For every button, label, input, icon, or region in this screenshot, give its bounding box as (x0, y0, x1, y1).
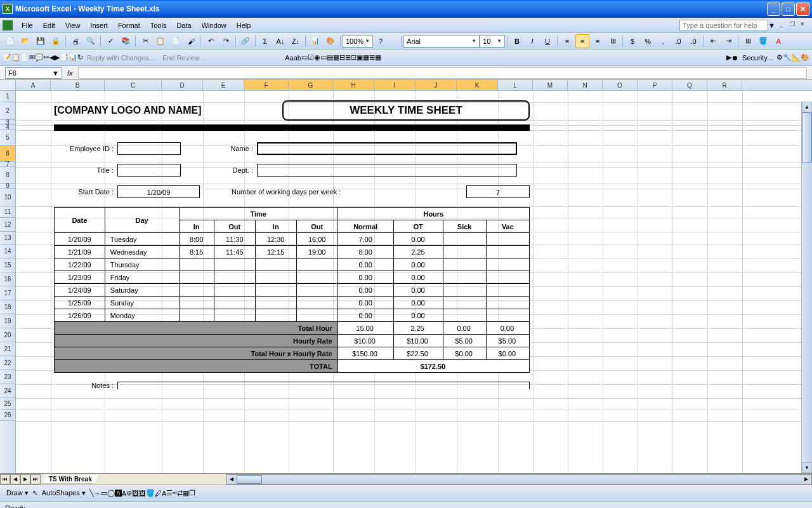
cell-day-0[interactable]: Tuesday (105, 233, 179, 246)
forms-btn-12[interactable]: ▣ (357, 53, 363, 62)
review-btn-1[interactable]: 📝 (3, 53, 11, 62)
review-btn-5[interactable]: 💬 (35, 53, 44, 62)
open-button[interactable]: 📂 (18, 34, 32, 48)
cell-sick-5[interactable] (443, 297, 486, 309)
menu-data[interactable]: Data (171, 20, 196, 30)
line-color-button[interactable]: 🖊 (155, 490, 162, 497)
review-btn-3[interactable]: 📄 (20, 53, 29, 62)
cell-out1-1[interactable]: 11:45 (214, 246, 255, 258)
col-header-C[interactable]: C (105, 80, 162, 90)
rate-vac[interactable]: $5.00 (486, 335, 529, 347)
row-header-18[interactable]: 18 (0, 300, 15, 314)
cell-vac-6[interactable] (486, 309, 529, 322)
cell-out1-5[interactable] (214, 297, 255, 309)
row-header-5[interactable]: 5 (0, 130, 15, 145)
forms-btn-6[interactable]: ▭ (320, 53, 327, 62)
paste-button[interactable]: 📄 (169, 34, 183, 48)
cell-in2-5[interactable] (255, 297, 296, 309)
fill-color-button[interactable]: 🪣 (756, 34, 770, 48)
cell-out2-3[interactable] (296, 271, 337, 284)
col-header-G[interactable]: G (289, 80, 333, 90)
rate-normal[interactable]: $10.00 (337, 335, 393, 347)
col-header-H[interactable]: H (333, 80, 374, 90)
row-header-6[interactable]: 6 (0, 145, 15, 162)
cell-date-0[interactable]: 1/20/09 (55, 233, 105, 246)
cell-day-2[interactable]: Thursday (105, 258, 179, 271)
cell-out1-3[interactable] (214, 271, 255, 284)
col-header-I[interactable]: I (374, 80, 416, 90)
col-header-F[interactable]: F (244, 80, 289, 90)
review-btn-11[interactable]: ↻ (77, 53, 83, 62)
cell-date-5[interactable]: 1/25/09 (55, 297, 105, 309)
diagram-button[interactable]: ⊕ (126, 489, 132, 497)
col-header-L[interactable]: L (498, 80, 533, 90)
col-header-N[interactable]: N (568, 80, 603, 90)
col-header-P[interactable]: P (638, 80, 672, 90)
review-btn-4[interactable]: ✉ (29, 53, 35, 62)
hyperlink-button[interactable]: 🔗 (239, 34, 252, 48)
cell-day-6[interactable]: Monday (105, 309, 179, 322)
autosum-button[interactable]: Σ (258, 34, 272, 48)
col-header-D[interactable]: D (162, 80, 203, 90)
product-normal[interactable]: $150.00 (337, 347, 393, 360)
fx-icon[interactable]: fx (67, 69, 73, 77)
cell-ot-2[interactable]: 0.00 (393, 258, 443, 271)
col-header-E[interactable]: E (203, 80, 244, 90)
spelling-button[interactable]: ✓ (103, 34, 117, 48)
chart-button[interactable]: 📊 (308, 34, 322, 48)
select-all-corner[interactable] (0, 80, 16, 91)
shadow-button[interactable]: ▦ (183, 489, 189, 497)
select-objects-button[interactable]: ↖ (32, 489, 38, 497)
forms-btn-5[interactable]: ◉ (314, 53, 320, 62)
row-header-16[interactable]: 16 (0, 272, 15, 286)
currency-button[interactable]: $ (625, 34, 639, 48)
forms-btn-14[interactable]: ⊞ (369, 53, 375, 62)
cell-in1-5[interactable] (179, 297, 214, 309)
cell-in2-1[interactable]: 12:15 (255, 246, 296, 258)
doc-minimize-button[interactable]: _ (780, 21, 789, 30)
col-header-Q[interactable]: Q (672, 80, 707, 90)
cell-vac-0[interactable] (486, 233, 529, 246)
menu-view[interactable]: View (60, 20, 86, 30)
cell-vac-5[interactable] (486, 297, 529, 309)
cell-sick-2[interactable] (443, 258, 486, 271)
rectangle-button[interactable]: ▭ (101, 489, 107, 497)
menu-edit[interactable]: Edit (38, 20, 60, 30)
total-hour-sick[interactable]: 0.00 (443, 322, 486, 335)
tab-last-button[interactable]: ⏭ (30, 474, 41, 485)
italic-button[interactable]: I (525, 34, 539, 48)
forms-btn-7[interactable]: ▤ (327, 53, 333, 62)
row-header-20[interactable]: 20 (0, 328, 15, 342)
title-input[interactable] (117, 164, 181, 177)
row-header-19[interactable]: 19 (0, 314, 15, 328)
total-hour-normal[interactable]: 15.00 (337, 322, 393, 335)
font-color-button[interactable]: A (771, 34, 785, 48)
comma-button[interactable]: , (656, 34, 670, 48)
research-button[interactable]: 📚 (119, 34, 133, 48)
minimize-button[interactable]: _ (767, 3, 780, 16)
menu-insert[interactable]: Insert (85, 20, 113, 30)
cell-ot-5[interactable]: 0.00 (393, 297, 443, 309)
cell-in1-1[interactable]: 8:15 (179, 246, 214, 258)
font-combo[interactable]: Arial▼ (403, 35, 480, 48)
review-btn-2[interactable]: 📋 (11, 53, 20, 62)
cell-in2-0[interactable]: 12:30 (255, 233, 296, 246)
forms-btn-4[interactable]: ☑ (308, 53, 314, 62)
cell-in2-4[interactable] (255, 284, 296, 297)
align-right-button[interactable]: ≡ (591, 34, 605, 48)
review-btn-7[interactable]: ◀ (49, 53, 55, 62)
row-header-1[interactable]: 1 (0, 91, 15, 102)
menu-tools[interactable]: Tools (145, 20, 172, 30)
forms-btn-10[interactable]: ⊞ (345, 53, 351, 62)
col-header-A[interactable]: A (16, 80, 51, 90)
sort-asc-button[interactable]: A↓ (273, 34, 287, 48)
start-date-input[interactable]: 1/20/09 (117, 185, 200, 198)
row-header-14[interactable]: 14 (0, 244, 15, 258)
print-button[interactable]: 🖨 (69, 34, 82, 48)
col-header-J[interactable]: J (416, 80, 457, 90)
font-color-draw-button[interactable]: A (162, 490, 166, 497)
cut-button[interactable]: ✂ (138, 34, 152, 48)
arrow-style-button[interactable]: ⇄ (177, 489, 183, 497)
col-header-K[interactable]: K (457, 80, 498, 90)
forms-btn-15[interactable]: ▦ (375, 53, 381, 62)
